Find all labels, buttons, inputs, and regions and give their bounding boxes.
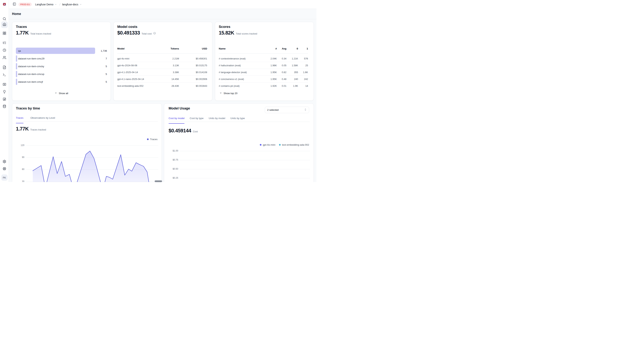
traces-total-label: Total traces tracked bbox=[30, 32, 51, 35]
table-row: # contains-pii (eval) 1.92K 0.01 1.9K 14 bbox=[219, 82, 308, 89]
usage-cost-total: $0.459144 bbox=[169, 128, 191, 134]
tab-units-by-model[interactable]: Units by model bbox=[209, 117, 225, 122]
table-row: gpt-4o-2024-08-06 3.13K $0.015175 bbox=[117, 62, 207, 69]
file-code-icon bbox=[3, 66, 6, 70]
trace-bar-value: 1,736 bbox=[95, 50, 107, 52]
table-row: gpt-4.1-nano-2025-04-14 14.45K $0.002906 bbox=[117, 76, 207, 82]
show-all-button[interactable]: Show all bbox=[55, 92, 68, 95]
total-cost-label: Total cost bbox=[142, 32, 152, 35]
trace-bar-row: dataset-run-item-cmcky 5 bbox=[16, 63, 107, 70]
model-costs-table: Model Tokens USD gpt-4o-mini 2.21M $0.45… bbox=[117, 48, 207, 89]
gridline bbox=[180, 178, 310, 178]
tab-observations-by-level[interactable]: Observations by Level bbox=[31, 116, 55, 121]
card-title: Traces by time bbox=[16, 106, 40, 110]
terminal-icon bbox=[3, 73, 6, 77]
sidebar-item-datasets[interactable] bbox=[1, 103, 8, 110]
tab-units-by-type[interactable]: Units by type bbox=[230, 117, 245, 122]
sidebar-item-evaluation[interactable] bbox=[1, 82, 8, 88]
legend-item: gpt-4o-mini bbox=[260, 144, 275, 146]
total-cost: $0.491333 bbox=[117, 30, 140, 36]
traces-tracked-label: Traces tracked bbox=[30, 128, 46, 131]
table-row: # conciseness-v1 (eval) 1.95K 0.48 240 2… bbox=[219, 76, 308, 82]
trace-bar-row: dataset-run-item-cmcjf 5 bbox=[16, 79, 107, 85]
sidebar-item-home[interactable] bbox=[1, 22, 8, 28]
legend-dot bbox=[260, 144, 261, 146]
y-tick-label: $0.25 bbox=[169, 177, 178, 179]
scores-total-label: Total scores tracked bbox=[236, 32, 257, 35]
usage-cost-label: Cost bbox=[193, 130, 198, 133]
panel-left-icon bbox=[13, 2, 16, 6]
trace-bar-label: dataset-run-item-cmcjf bbox=[18, 80, 43, 83]
sidebar-item-prompts[interactable] bbox=[1, 64, 8, 71]
sidebar-item-annotation[interactable] bbox=[1, 96, 8, 103]
sidebar-toggle-button[interactable] bbox=[12, 2, 17, 7]
trace-bar-label: dataset-run-item-cmcky bbox=[18, 65, 44, 68]
sidebar-item-sessions[interactable] bbox=[1, 47, 8, 54]
trace-bar-row: dataset-run-item-cmcvp 5 bbox=[16, 71, 107, 77]
legend-item: text-embedding-ada-002 bbox=[279, 144, 309, 146]
page-header: Home bbox=[9, 9, 317, 19]
table-header: Model Tokens USD bbox=[117, 48, 207, 54]
chevron-down-icon bbox=[220, 92, 222, 95]
scrollbar-thumb[interactable] bbox=[155, 180, 162, 182]
legend-dot bbox=[147, 138, 149, 140]
card-title: Scores bbox=[219, 25, 230, 29]
traces-total: 1.77K bbox=[16, 30, 29, 36]
org-name: Langfuse Demo bbox=[35, 3, 53, 6]
sidebar-item-tracing[interactable] bbox=[1, 40, 8, 46]
clipboard-pen-icon bbox=[3, 97, 6, 102]
table-row: gpt-4o-mini 2.21M $0.456301 bbox=[117, 55, 207, 62]
model-filter-select[interactable]: 2 selected bbox=[265, 107, 309, 113]
gridline bbox=[180, 169, 310, 169]
app-root: FK PROD-EU Langfuse Demo / langfuse-docs bbox=[0, 0, 317, 182]
sidebar-item-users[interactable] bbox=[1, 55, 8, 61]
org-selector[interactable]: Langfuse Demo bbox=[35, 3, 58, 6]
home-icon bbox=[3, 22, 6, 27]
gridline bbox=[180, 151, 310, 151]
sidebar-item-ideas[interactable] bbox=[1, 89, 8, 96]
tab-cost-by-model[interactable]: Cost by model bbox=[169, 117, 185, 122]
langfuse-logo[interactable] bbox=[2, 2, 7, 7]
sidebar-item-settings[interactable] bbox=[1, 158, 8, 165]
plot-area bbox=[26, 142, 158, 182]
sidebar: FK bbox=[0, 0, 9, 182]
tab-traces[interactable]: Traces bbox=[16, 116, 24, 121]
model-usage-card: Model Usage 2 selected Cost by model Cos… bbox=[164, 103, 314, 182]
card-title: Traces bbox=[16, 25, 27, 29]
list-tree-icon bbox=[3, 41, 6, 46]
traces-card: Traces 1.77K Total traces tracked qa 1,7… bbox=[12, 22, 111, 101]
table-row: text-embedding-ada-002 28.43K $0.002843 bbox=[117, 82, 207, 89]
table-row: # language-detector (eval) 1.95K 0.82 35… bbox=[219, 69, 308, 76]
dashboard-content: Traces 1.77K Total traces tracked qa 1,7… bbox=[9, 19, 317, 182]
lifebuoy-icon bbox=[3, 167, 6, 171]
trace-bar-row: dataset-run-item-cmc29 7 bbox=[16, 56, 107, 62]
chart-legend: Traces bbox=[147, 138, 158, 141]
gridline bbox=[180, 160, 310, 160]
project-selector[interactable]: langfuse-docs bbox=[62, 3, 83, 6]
trace-bar-value: 5 bbox=[95, 65, 107, 68]
scores-total: 15.82K bbox=[219, 30, 234, 36]
lightbulb-icon bbox=[3, 90, 6, 94]
scores-card: Scores 15.82K Total scores tracked Name … bbox=[215, 22, 314, 101]
sidebar-item-playground[interactable] bbox=[1, 72, 8, 78]
traces-area-chart: 120906030 bbox=[16, 142, 158, 182]
info-icon[interactable] bbox=[153, 32, 156, 34]
tab-cost-by-type[interactable]: Cost by type bbox=[190, 117, 204, 122]
card-title: Model costs bbox=[117, 25, 137, 29]
environment-badge: PROD-EU bbox=[19, 2, 32, 6]
trace-bar-label: dataset-run-item-cmcvp bbox=[18, 73, 44, 76]
y-tick-label: 60 bbox=[16, 168, 24, 170]
show-top-20-button[interactable]: Show top 20 bbox=[220, 92, 237, 95]
chevron-down-icon bbox=[80, 3, 82, 6]
breadcrumb-divider: / bbox=[59, 2, 61, 6]
table-row: gpt-4.1-2025-04-14 3.38K $0.014108 bbox=[117, 69, 207, 76]
sidebar-item-support[interactable] bbox=[1, 166, 8, 172]
chevron-down-icon bbox=[55, 3, 57, 6]
table-row: # hallucination (eval) 1.96K 0.05 1.58K … bbox=[219, 62, 308, 69]
card-title: Model Usage bbox=[169, 106, 190, 110]
chart-legend: gpt-4o-mini text-embedding-ada-002 bbox=[260, 144, 309, 146]
sidebar-item-dashboards[interactable] bbox=[1, 30, 8, 37]
table-header: Name # Avg 0 1 bbox=[219, 48, 308, 54]
chevron-down-icon bbox=[55, 92, 57, 95]
user-avatar[interactable]: FK bbox=[1, 174, 8, 181]
